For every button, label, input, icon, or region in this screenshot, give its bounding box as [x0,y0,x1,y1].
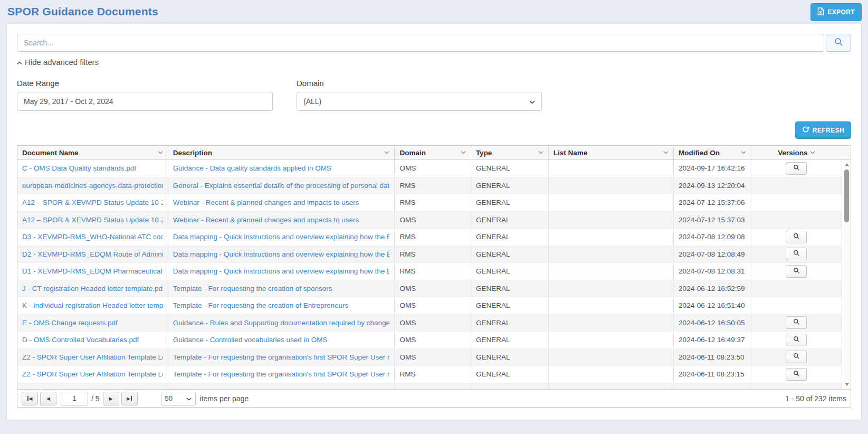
document-name-link[interactable]: Z2 - SPOR Super User Affiliation Templat… [22,353,163,361]
next-page-button[interactable]: ▶ [103,392,119,405]
search-input[interactable] [17,34,824,52]
versions-button[interactable] [786,316,807,329]
table-row: J - CT registration Headed letter templa… [17,280,842,298]
list-name-cell [549,194,674,211]
page-size-select[interactable]: 50 [161,392,196,405]
description-link[interactable]: Data mapping - Quick instructions and ov… [173,233,390,241]
document-name-link[interactable]: european-medicines-agencys-data-protecti… [22,182,163,190]
grid-header: Document Name Description Domain Type Li… [17,146,851,160]
versions-button[interactable] [786,334,807,346]
column-menu-chevron-down-icon[interactable] [384,151,389,154]
column-menu-chevron-down-icon[interactable] [158,151,163,154]
document-name-link[interactable]: A12 – SPOR & XEVMPD Status Update 10 Jul… [22,216,163,224]
refresh-row: REFRESH [17,121,851,139]
page-count-label: / 5 [91,394,100,403]
document-name-link[interactable]: D - OMS Controlled Vocabularies.pdf [22,336,139,344]
domain-cell: OMS [395,349,471,366]
export-button[interactable]: EXPORT [810,3,862,21]
domain-cell: RMS [395,194,471,211]
first-page-button[interactable]: ◀ [22,392,38,405]
table-row: european-medicines-agencys-data-protecti… [17,177,842,195]
versions-button[interactable] [786,265,807,278]
date-range-input[interactable] [17,92,273,111]
domain-cell: OMS [395,315,471,332]
column-header-label: Domain [399,149,426,157]
modified-on-cell: 2024-07-12 15:37:06 [674,194,751,211]
versions-button[interactable] [786,231,807,243]
last-page-button[interactable]: ▶ [121,392,138,405]
document-name-link[interactable]: Z2 - SPOR Super User Affiliation Templat… [22,370,163,378]
type-cell: GENERAL [471,383,549,390]
vertical-scrollbar[interactable] [842,160,851,389]
column-header[interactable]: List Name [549,146,674,159]
refresh-label: REFRESH [813,127,844,134]
pager-summary: 1 - 50 of 232 items [785,394,846,403]
document-name-link[interactable]: A12 – SPOR & XEVMPD Status Update 10 Jul… [22,199,163,206]
domain-cell: OMS [395,297,471,314]
column-header[interactable]: Type [471,146,549,159]
versions-button[interactable] [786,162,807,175]
document-name-link[interactable]: XEVMPD-RMS Change Request process....pdf [22,388,163,389]
description-link[interactable]: Webinar - Recent & planned changes and i… [173,216,359,224]
items-per-page-label: items per page [200,394,249,403]
column-header[interactable]: Modified On [674,146,751,159]
description-link[interactable]: Guidance - Rules and Supporting document… [173,319,390,327]
document-name-link[interactable]: K - Individual registration Headed lette… [22,301,163,309]
previous-page-button[interactable]: ◀ [40,392,56,405]
type-cell: GENERAL [471,177,549,194]
export-label: EXPORT [827,8,855,16]
column-menu-chevron-down-icon[interactable] [663,151,669,154]
column-header[interactable]: Description [168,146,395,159]
column-header[interactable]: Document Name [17,146,168,159]
domain-cell: RMS [395,263,471,280]
versions-button[interactable] [786,368,807,381]
scroll-up-arrow-icon[interactable] [842,161,851,168]
description-link[interactable]: Data mapping - Quick instructions and ov… [173,267,390,275]
document-name-link[interactable]: E - OMS Change requests.pdf [22,319,118,327]
document-name-link[interactable]: D1 - XEVMPD-RMS_EDQM Pharmaceutical Dose… [22,267,163,275]
table-row: A12 – SPOR & XEVMPD Status Update 10 Jul… [17,194,842,212]
column-menu-chevron-down-icon[interactable] [810,151,815,154]
search-button[interactable] [826,34,851,52]
description-link[interactable]: Data mapping - Quick instructions and ov… [173,250,390,258]
type-cell: GENERAL [471,246,549,263]
column-header[interactable]: Versions [751,146,842,159]
type-cell: GENERAL [471,280,549,297]
versions-button[interactable] [786,351,807,363]
modified-on-cell: 2024-07-08 12:08:31 [674,263,751,280]
list-name-cell [549,315,674,332]
description-link[interactable]: General - Explains essential details of … [173,182,390,190]
page-number-input[interactable] [61,392,88,405]
description-link[interactable]: Template - For requesting the organisati… [173,370,390,378]
column-menu-chevron-down-icon[interactable] [741,151,746,154]
list-name-cell [549,160,674,177]
domain-cell: OMS [395,212,471,229]
previous-page-icon: ◀ [46,396,50,401]
search-row [17,34,851,52]
document-name-link[interactable]: D2 - XEVMPD-RMS_EDQM Route of Administra… [22,250,163,258]
scrollbar-thumb[interactable] [844,169,849,222]
description-link[interactable]: Template - For requesting the organisati… [173,353,390,361]
domain-cell: RMS [395,366,471,383]
document-name-link[interactable]: C - OMS Data Quality standards.pdf [22,164,136,172]
description-link[interactable]: Guidance - Controlled vocabularies used … [173,336,328,344]
description-link[interactable]: Manual - How to identify terms and reque… [173,388,390,389]
column-menu-chevron-down-icon[interactable] [461,151,466,154]
domain-select[interactable]: (ALL) [297,92,542,111]
description-link[interactable]: Guidance - Data quality standards applie… [173,164,331,172]
description-link[interactable]: Template - For requesting the creation o… [173,301,348,309]
hide-advanced-filters-link[interactable]: Hide advanced filters [17,58,99,67]
scroll-down-arrow-icon[interactable] [842,381,851,388]
document-name-link[interactable]: D3 - XEVMPD-RMS_WHO-National ATC codes m… [22,233,163,241]
document-name-link[interactable]: J - CT registration Headed letter templa… [22,285,163,293]
description-link[interactable]: Template - For requesting the creation o… [173,285,332,293]
versions-button[interactable] [786,248,807,260]
column-header[interactable]: Domain [395,146,471,159]
column-menu-chevron-down-icon[interactable] [538,151,543,154]
list-name-cell [549,212,674,229]
refresh-icon [802,126,809,135]
description-link[interactable]: Webinar - Recent & planned changes and i… [173,199,359,206]
refresh-button[interactable]: REFRESH [795,121,851,139]
domain-select-value: (ALL) [303,97,321,106]
modified-on-cell: 2024-06-12 16:49:37 [674,332,751,348]
